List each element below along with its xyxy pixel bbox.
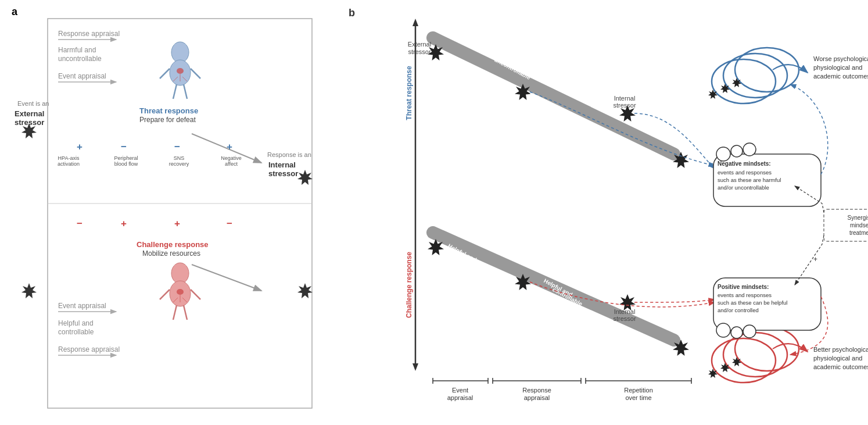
svg-text:recovery: recovery [169, 161, 189, 167]
svg-text:Negative: Negative [221, 155, 242, 161]
svg-marker-69 [413, 363, 418, 371]
svg-text:SNS: SNS [174, 155, 185, 161]
svg-line-58 [173, 305, 177, 320]
svg-text:Response appraisal: Response appraisal [58, 30, 120, 38]
svg-text:physiological and: physiological and [813, 355, 862, 362]
svg-text:Mobilize resources: Mobilize resources [142, 249, 200, 258]
svg-text:over time: over time [625, 394, 651, 401]
svg-text:Response: Response [522, 387, 551, 394]
svg-text:+: + [227, 141, 232, 152]
svg-text:stressor: stressor [613, 315, 636, 322]
svg-text:appraisal: appraisal [447, 394, 474, 401]
svg-line-36 [184, 84, 187, 99]
panel-b: b Threat response Challenge response [349, 6, 856, 419]
svg-text:stressor: stressor [268, 169, 298, 178]
svg-text:Event appraisal: Event appraisal [58, 302, 106, 310]
svg-text:Repetition: Repetition [624, 387, 653, 394]
svg-text:Response appraisal: Response appraisal [58, 345, 120, 353]
svg-text:controllable: controllable [58, 328, 94, 336]
svg-text:Peripheral: Peripheral [114, 155, 138, 161]
svg-text:such as these can be helpful: such as these can be helpful [718, 299, 787, 306]
svg-text:Internal: Internal [614, 95, 636, 102]
svg-text:−: − [174, 141, 180, 152]
svg-text:events and responses: events and responses [718, 169, 772, 176]
svg-point-121 [743, 143, 756, 156]
svg-text:Prepare for defeat: Prepare for defeat [139, 116, 196, 124]
main-container: a Response appraisal Harmful and uncontr… [0, 0, 868, 425]
svg-text:Synergistic: Synergistic [848, 215, 868, 221]
svg-text:Worse psychological,: Worse psychological, [813, 55, 868, 62]
svg-text:+: + [121, 218, 127, 229]
svg-marker-64 [21, 283, 37, 298]
svg-line-34 [191, 69, 200, 78]
svg-text:b: b [349, 7, 355, 19]
svg-text:events and responses: events and responses [718, 292, 772, 298]
svg-line-57 [191, 290, 200, 299]
svg-point-37 [177, 68, 184, 74]
svg-text:Harmful and: Harmful and [58, 46, 96, 54]
svg-marker-99 [708, 90, 718, 99]
svg-marker-68 [413, 19, 418, 26]
svg-marker-108 [708, 369, 718, 378]
svg-point-60 [177, 289, 184, 295]
svg-text:HPA-axis: HPA-axis [58, 155, 80, 161]
svg-point-120 [731, 145, 743, 157]
panel-a: a Response appraisal Harmful and uncontr… [12, 6, 337, 419]
svg-point-129 [743, 325, 756, 338]
svg-text:Event: Event [452, 387, 468, 394]
svg-text:such as these are harmful: such as these are harmful [718, 177, 781, 183]
svg-text:Internal: Internal [614, 308, 636, 315]
svg-text:academic outcomes: academic outcomes [813, 363, 868, 370]
svg-line-59 [184, 305, 187, 320]
svg-line-33 [160, 69, 170, 78]
svg-text:mindsets: mindsets [850, 222, 868, 228]
svg-line-56 [160, 290, 170, 299]
svg-text:Negative mindsets:: Negative mindsets: [718, 160, 771, 167]
svg-text:and/or uncontrollable: and/or uncontrollable [718, 184, 769, 191]
svg-text:Internal: Internal [268, 160, 296, 169]
svg-text:+: + [174, 218, 180, 229]
svg-text:Threat response: Threat response [405, 66, 413, 120]
svg-line-35 [173, 84, 177, 99]
svg-text:−: − [121, 141, 127, 152]
svg-line-47 [192, 265, 261, 291]
svg-text:uncontrollable: uncontrollable [58, 55, 102, 63]
svg-text:Better psychological,: Better psychological, [813, 346, 868, 353]
svg-text:blood flow: blood flow [114, 161, 138, 167]
svg-text:Event is an: Event is an [17, 100, 49, 107]
svg-text:stressor: stressor [408, 48, 431, 55]
svg-text:+: + [813, 255, 817, 263]
svg-point-119 [716, 147, 730, 161]
svg-text:+: + [77, 141, 83, 152]
svg-text:Helpful and: Helpful and [58, 319, 94, 327]
svg-text:External: External [15, 109, 44, 118]
svg-text:physiological and: physiological and [813, 64, 862, 71]
svg-point-127 [716, 323, 730, 337]
svg-text:activation: activation [58, 161, 80, 167]
svg-text:Response is an: Response is an [267, 151, 311, 158]
svg-text:academic outcomes: academic outcomes [813, 73, 868, 80]
svg-text:External: External [408, 41, 431, 48]
svg-text:−: − [77, 218, 83, 229]
svg-line-72 [433, 38, 674, 154]
svg-text:Event appraisal: Event appraisal [58, 72, 106, 80]
svg-text:Challenge response: Challenge response [405, 252, 413, 318]
svg-text:Challenge response: Challenge response [137, 240, 209, 249]
svg-text:and/or controlled: and/or controlled [718, 307, 759, 313]
svg-text:Positive mindsets:: Positive mindsets: [718, 284, 769, 290]
svg-marker-65 [297, 283, 313, 298]
svg-text:stressor: stressor [613, 102, 636, 109]
svg-text:appraisal: appraisal [524, 394, 550, 401]
svg-text:affect: affect [225, 161, 238, 167]
svg-point-128 [731, 327, 743, 338]
svg-marker-18 [297, 170, 313, 185]
svg-text:Threat response: Threat response [139, 106, 198, 115]
svg-text:treatment: treatment [849, 230, 868, 236]
svg-text:−: − [227, 218, 232, 229]
